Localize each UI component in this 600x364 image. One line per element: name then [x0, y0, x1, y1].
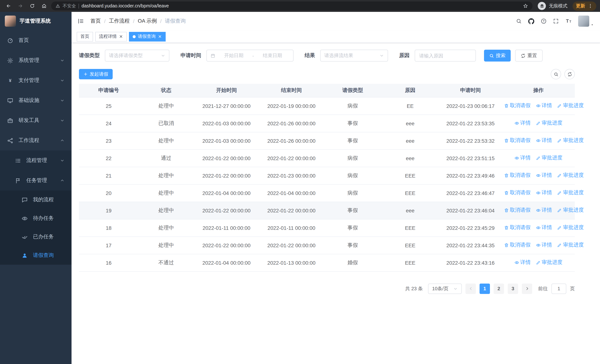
- detail-link[interactable]: 详情: [536, 103, 552, 109]
- url-text: dashboard.yudao.iocoder.cn/bpm/oa/leave: [82, 3, 169, 9]
- cell-status: 已取消: [138, 114, 194, 132]
- sidebar-item-leave-query[interactable]: 请假查询: [0, 246, 72, 265]
- sidebar-item-todo-tasks[interactable]: 待办任务: [0, 209, 72, 228]
- approval-progress-link[interactable]: 审批进度: [557, 172, 584, 179]
- sidebar-menu: 首页 系统管理 支付管理 基础设施: [0, 30, 72, 265]
- result-select[interactable]: 请选择流结果: [320, 50, 388, 62]
- page-button[interactable]: 2: [494, 283, 504, 294]
- cancel-leave-link[interactable]: 取消请假: [504, 137, 531, 144]
- font-size-icon[interactable]: [565, 18, 572, 24]
- browser-menu-icon[interactable]: [588, 3, 593, 9]
- browser-back-button[interactable]: [4, 1, 13, 11]
- tab-home[interactable]: 首页: [77, 32, 93, 41]
- eye-icon: [536, 138, 541, 143]
- browser-reload-button[interactable]: [28, 1, 37, 11]
- column-header: 请假类型: [324, 84, 381, 97]
- cancel-leave-link[interactable]: 取消请假: [504, 207, 531, 214]
- detail-link[interactable]: 详情: [536, 172, 552, 179]
- approval-progress-link[interactable]: 审批进度: [557, 103, 584, 109]
- cancel-leave-link[interactable]: 取消请假: [504, 190, 531, 196]
- refresh-table-button[interactable]: [564, 69, 575, 79]
- cell-actions: 取消请假 详情 审批进度: [502, 132, 575, 149]
- sidebar-item-devtools[interactable]: 研发工具: [0, 111, 72, 131]
- detail-link[interactable]: 详情: [536, 224, 552, 231]
- approval-progress-label: 审批进度: [563, 207, 584, 214]
- fullscreen-icon[interactable]: [553, 18, 559, 24]
- apply-time-range-picker[interactable]: 开始日期 - 结束日期: [206, 50, 293, 62]
- detail-link[interactable]: 详情: [536, 207, 552, 214]
- reason-input[interactable]: [415, 50, 476, 62]
- approval-progress-link[interactable]: 审批进度: [557, 242, 584, 249]
- detail-link[interactable]: 详情: [536, 137, 552, 144]
- detail-link[interactable]: 详情: [536, 190, 552, 196]
- cell-start-time: 2022-01-22 00:00:00: [194, 202, 259, 219]
- approval-progress-link[interactable]: 审批进度: [536, 259, 562, 266]
- cell-reason: eee: [381, 132, 439, 149]
- cancel-leave-link[interactable]: 取消请假: [504, 224, 531, 231]
- chevron-down-icon: [60, 158, 65, 163]
- next-page-button[interactable]: [522, 283, 532, 294]
- search-button[interactable]: 搜索: [484, 50, 511, 62]
- app-logo[interactable]: 芋道管理系统: [0, 12, 72, 30]
- detail-link[interactable]: 详情: [514, 259, 531, 266]
- breadcrumb-item[interactable]: 工作流程: [109, 18, 130, 24]
- reset-button[interactable]: 重置: [515, 50, 543, 62]
- browser-forward-button[interactable]: [16, 1, 25, 11]
- cancel-leave-link[interactable]: 取消请假: [504, 172, 531, 179]
- close-icon[interactable]: [119, 35, 123, 38]
- tab-label: 请假查询: [138, 33, 156, 40]
- cancel-leave-link[interactable]: 取消请假: [504, 103, 531, 109]
- approval-progress-link[interactable]: 审批进度: [557, 224, 584, 231]
- approval-progress-link[interactable]: 审批进度: [557, 207, 584, 214]
- double-check-icon: [21, 234, 31, 240]
- close-icon[interactable]: [158, 35, 162, 38]
- approval-progress-link[interactable]: 审批进度: [557, 137, 584, 144]
- sidebar-item-home[interactable]: 首页: [0, 30, 72, 50]
- help-icon[interactable]: [541, 18, 547, 24]
- cell-start-time: 2021-12-27 00:00:00: [194, 97, 259, 114]
- create-leave-button[interactable]: 发起请假: [79, 69, 113, 79]
- header-search-icon[interactable]: [516, 18, 522, 24]
- sidebar-item-infrastructure[interactable]: 基础设施: [0, 90, 72, 111]
- page-button[interactable]: 1: [479, 283, 490, 294]
- page-size-select[interactable]: 10条/页: [428, 283, 462, 294]
- prev-page-button[interactable]: [466, 283, 476, 294]
- trash-icon: [504, 103, 509, 108]
- cell-apply-id: 24: [79, 114, 138, 132]
- detail-link[interactable]: 详情: [514, 120, 531, 127]
- detail-link[interactable]: 详情: [514, 155, 531, 161]
- sidebar-item-my-process[interactable]: 我的流程: [0, 191, 72, 209]
- pen-icon: [557, 243, 562, 248]
- trash-icon: [504, 191, 509, 195]
- browser-home-button[interactable]: [39, 1, 49, 11]
- approval-progress-link[interactable]: 审批进度: [557, 190, 584, 196]
- detail-link[interactable]: 详情: [536, 242, 552, 249]
- approval-progress-link[interactable]: 审批进度: [536, 155, 562, 161]
- sidebar-item-process-management[interactable]: 流程管理: [0, 150, 72, 170]
- sidebar-item-done-tasks[interactable]: 已办任务: [0, 228, 72, 246]
- address-bar[interactable]: 不安全 dashboard.yudao.iocoder.cn/bpm/oa/le…: [51, 1, 533, 10]
- browser-update-button[interactable]: 更新: [572, 1, 596, 10]
- bookmark-star-icon[interactable]: [523, 3, 528, 9]
- cancel-leave-link[interactable]: 取消请假: [504, 242, 531, 249]
- user-avatar[interactable]: [578, 16, 594, 27]
- leave-type-select[interactable]: 请选择请假类型: [105, 50, 169, 62]
- pen-icon: [557, 103, 562, 108]
- approval-progress-link[interactable]: 审批进度: [536, 120, 562, 127]
- breadcrumb-item[interactable]: OA 示例: [138, 18, 157, 24]
- sidebar-item-system[interactable]: 系统管理: [0, 50, 72, 70]
- goto-page-input[interactable]: [552, 283, 566, 294]
- sidebar-item-task-management[interactable]: 任务管理: [0, 170, 72, 191]
- sidebar-item-workflow[interactable]: 工作流程: [0, 131, 72, 150]
- sidebar-fold-button[interactable]: [77, 18, 84, 24]
- cell-start-time: 2022-01-03 00:00:00: [194, 132, 259, 149]
- sidebar-item-payment[interactable]: 支付管理: [0, 70, 72, 90]
- table-row: 19 处理中 2022-01-22 00:00:00 2022-01-22 00…: [79, 202, 575, 219]
- page-button[interactable]: 3: [508, 283, 518, 294]
- github-icon[interactable]: [528, 18, 534, 24]
- tab-process-detail[interactable]: 流程详情: [95, 32, 127, 41]
- toggle-search-button[interactable]: [551, 69, 561, 79]
- column-header: 状态: [138, 84, 194, 97]
- tab-leave-query[interactable]: 请假查询: [129, 32, 166, 41]
- breadcrumb-item[interactable]: 首页: [90, 18, 101, 24]
